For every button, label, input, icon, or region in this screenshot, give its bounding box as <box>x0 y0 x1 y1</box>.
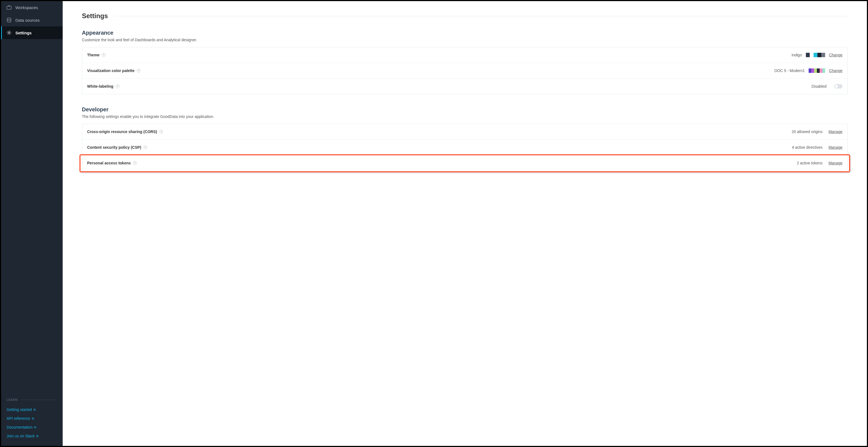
change-palette-link[interactable]: Change <box>829 68 842 73</box>
row-whitelabel: White-labeling ? Disabled <box>82 79 847 94</box>
manage-tokens-link[interactable]: Manage <box>829 161 842 165</box>
whitelabel-value: Disabled <box>812 84 827 89</box>
row-palette: Visualization color palette ? DOC 5 - Mo… <box>82 63 847 79</box>
label-text: Theme <box>87 53 99 57</box>
svg-point-1 <box>7 18 11 20</box>
cors-value: 20 allowed origins <box>792 129 823 134</box>
theme-swatch-dark <box>806 53 810 57</box>
manage-cors-link[interactable]: Manage <box>829 129 842 134</box>
external-link-icon: ⧉ <box>36 434 38 438</box>
page-title-row: Settings <box>82 12 848 20</box>
sidebar: Workspaces Data sources Settings LEARN G… <box>1 1 63 446</box>
row-tokens: Personal access tokens ? 2 active tokens… <box>82 155 847 171</box>
sidebar-item-label: Settings <box>16 31 32 35</box>
row-theme: Theme ? Indigo Change <box>82 47 847 63</box>
whitelabel-toggle[interactable] <box>834 84 842 89</box>
learn-link-api-reference[interactable]: API reference ⧉ <box>7 414 57 423</box>
row-label-whitelabel: White-labeling ? <box>87 84 120 89</box>
row-label-palette: Visualization color palette ? <box>87 68 141 73</box>
external-link-icon: ⧉ <box>34 408 36 412</box>
csp-value: 4 active directives <box>792 145 823 150</box>
tokens-value: 2 active tokens <box>797 161 823 165</box>
section-desc-appearance: Customize the look and feel of Dashboard… <box>82 38 848 42</box>
divider <box>21 400 57 400</box>
sidebar-item-settings[interactable]: Settings <box>1 26 63 39</box>
manage-csp-link[interactable]: Manage <box>829 145 842 150</box>
divider <box>114 16 848 16</box>
developer-card: Cross-origin resource sharing (CORS) ? 2… <box>82 124 848 171</box>
learn-link-label: Join us on Slack <box>7 434 35 438</box>
label-text: Visualization color palette <box>87 68 134 73</box>
learn-header: LEARN <box>7 398 57 401</box>
row-label-tokens: Personal access tokens ? <box>87 161 137 165</box>
svg-point-2 <box>8 32 10 33</box>
learn-link-label: Documentation <box>7 425 32 429</box>
help-icon[interactable]: ? <box>133 161 137 165</box>
learn-link-slack[interactable]: Join us on Slack ⧉ <box>7 431 57 440</box>
sidebar-item-workspaces[interactable]: Workspaces <box>1 1 63 14</box>
row-label-cors: Cross-origin resource sharing (CORS) ? <box>87 129 163 134</box>
help-icon[interactable]: ? <box>144 145 147 149</box>
section-title-developer: Developer <box>82 107 848 113</box>
palette-swatches <box>809 68 825 73</box>
gear-icon <box>7 30 11 35</box>
label-text: Cross-origin resource sharing (CORS) <box>87 129 157 134</box>
sidebar-item-label: Data sources <box>16 18 39 23</box>
help-icon[interactable]: ? <box>116 84 120 88</box>
theme-value: Indigo <box>792 53 802 57</box>
external-link-icon: ⧉ <box>34 425 36 429</box>
highlight-marker <box>80 154 850 172</box>
page-title: Settings <box>82 12 108 20</box>
palette-value: DOC 5 - Modern1 <box>774 68 805 73</box>
sidebar-item-datasources[interactable]: Data sources <box>1 14 63 26</box>
appearance-card: Theme ? Indigo Change Visualization colo… <box>82 47 848 94</box>
learn-link-documentation[interactable]: Documentation ⧉ <box>7 423 57 431</box>
learn-link-getting-started[interactable]: Getting started ⧉ <box>7 405 57 414</box>
row-csp: Content security policy (CSP) ? 4 active… <box>82 140 847 155</box>
section-desc-developer: The following settings enable you to int… <box>82 114 848 119</box>
section-title-appearance: Appearance <box>82 30 848 36</box>
workspace-icon <box>7 5 11 10</box>
app-frame: Workspaces Data sources Settings LEARN G… <box>0 0 868 447</box>
label-text: White-labeling <box>87 84 114 89</box>
row-cors: Cross-origin resource sharing (CORS) ? 2… <box>82 124 847 140</box>
learn-link-label: Getting started <box>7 408 32 412</box>
svg-rect-0 <box>7 6 11 9</box>
theme-swatch-colors <box>813 53 825 57</box>
main-content: Settings Appearance Customize the look a… <box>63 1 867 446</box>
row-label-theme: Theme ? <box>87 53 105 57</box>
help-icon[interactable]: ? <box>136 69 141 72</box>
label-text: Personal access tokens <box>87 161 131 165</box>
learn-section: LEARN Getting started ⧉ API reference ⧉ … <box>1 398 63 446</box>
help-icon[interactable]: ? <box>102 53 105 57</box>
help-icon[interactable]: ? <box>159 130 163 133</box>
label-text: Content security policy (CSP) <box>87 145 141 150</box>
external-link-icon: ⧉ <box>32 417 34 420</box>
change-theme-link[interactable]: Change <box>829 53 842 57</box>
row-label-csp: Content security policy (CSP) ? <box>87 145 147 150</box>
sidebar-item-label: Workspaces <box>16 5 38 10</box>
learn-link-label: API reference <box>7 416 30 421</box>
learn-header-label: LEARN <box>7 398 18 401</box>
database-icon <box>7 18 11 23</box>
